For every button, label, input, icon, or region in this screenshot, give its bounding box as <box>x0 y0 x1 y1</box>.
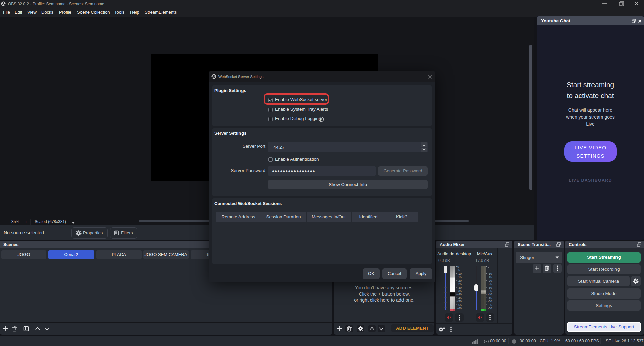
svg-text:?: ? <box>320 117 322 121</box>
